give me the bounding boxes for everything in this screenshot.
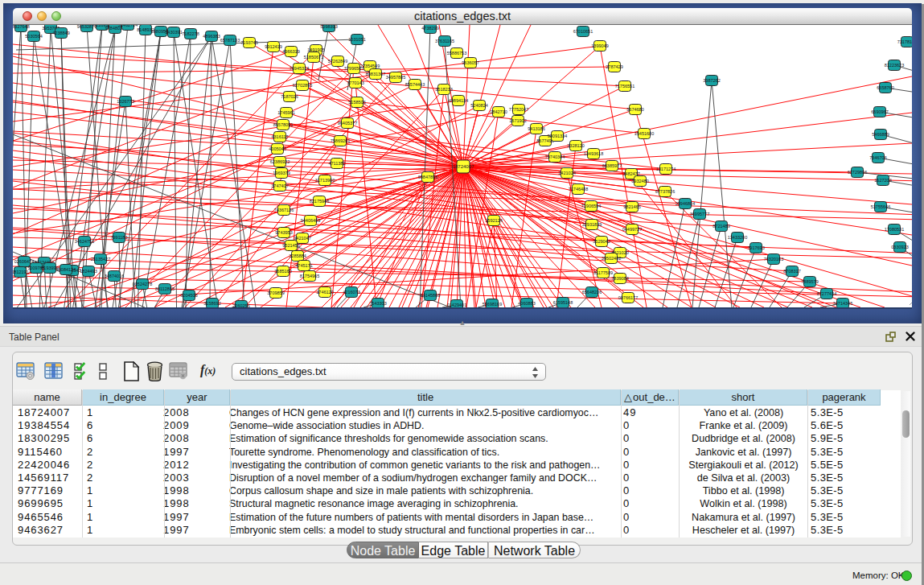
svg-text:0330923: 0330923 [891, 245, 908, 249]
svg-text:5030564: 5030564 [25, 34, 42, 39]
svg-text:7543303: 7543303 [369, 301, 386, 306]
svg-text:5158506: 5158506 [348, 100, 365, 105]
svg-text:61595148: 61595148 [553, 300, 573, 305]
svg-text:1399049: 1399049 [591, 43, 608, 48]
svg-text:13433200: 13433200 [728, 235, 747, 240]
svg-text:9521456: 9521456 [282, 243, 299, 248]
svg-text:67737826: 67737826 [655, 189, 675, 194]
svg-text:00524278: 00524278 [133, 282, 152, 286]
svg-text:71756551: 71756551 [615, 84, 634, 89]
svg-text:7182278: 7182278 [182, 31, 199, 36]
svg-text:29946804: 29946804 [676, 201, 695, 206]
svg-text:1745961: 1745961 [277, 110, 294, 115]
svg-text:96405377: 96405377 [338, 121, 357, 126]
svg-text:86578091: 86578091 [273, 122, 293, 127]
svg-text:1671902: 1671902 [509, 118, 526, 123]
svg-text:7991183: 7991183 [110, 235, 127, 240]
svg-text:81754965: 81754965 [300, 274, 319, 278]
svg-text:2421024: 2421024 [558, 171, 575, 175]
svg-text:3709859: 3709859 [267, 290, 284, 295]
svg-text:94406409: 94406409 [301, 218, 320, 223]
svg-text:18724007: 18724007 [453, 164, 474, 169]
svg-text:54145868: 54145868 [421, 293, 440, 298]
svg-text:2328120: 2328120 [567, 143, 584, 148]
svg-text:51850671: 51850671 [304, 55, 323, 60]
svg-text:13171274: 13171274 [656, 167, 676, 171]
svg-text:57262849: 57262849 [328, 59, 347, 64]
svg-text:5430391: 5430391 [165, 30, 182, 35]
svg-text:4745171: 4745171 [295, 263, 312, 268]
svg-text:4005045: 4005045 [269, 146, 285, 151]
svg-text:67010651: 67010651 [573, 29, 593, 34]
svg-text:1592124: 1592124 [485, 218, 502, 223]
svg-text:5240824: 5240824 [470, 103, 487, 108]
svg-text:4060883: 4060883 [518, 301, 535, 306]
svg-text:31713900: 31713900 [315, 178, 335, 183]
svg-text:9421047: 9421047 [294, 236, 310, 241]
svg-text:7346706: 7346706 [869, 155, 886, 160]
svg-text:82175946: 82175946 [310, 199, 329, 204]
svg-text:71746488: 71746488 [569, 187, 588, 192]
svg-text:0842710: 0842710 [490, 109, 507, 114]
svg-text:62729806: 62729806 [848, 170, 867, 175]
svg-text:55886753: 55886753 [447, 51, 466, 56]
svg-text:76320163: 76320163 [764, 257, 783, 262]
svg-text:1326773: 1326773 [117, 99, 133, 104]
svg-text:3158692: 3158692 [203, 301, 220, 306]
svg-text:04499727: 04499727 [622, 227, 642, 232]
svg-text:9821465: 9821465 [623, 204, 640, 209]
svg-text:1969379: 1969379 [273, 171, 290, 175]
svg-text:9743953: 9743953 [275, 230, 292, 235]
svg-text:2260256: 2260256 [232, 303, 249, 307]
svg-text:87277434: 87277434 [817, 291, 836, 296]
svg-text:0812191: 0812191 [13, 270, 29, 274]
svg-text:1824493: 1824493 [80, 269, 97, 274]
svg-text:17080531: 17080531 [885, 227, 904, 232]
svg-text:36995777: 36995777 [690, 212, 709, 216]
svg-text:4216073: 4216073 [343, 290, 359, 295]
svg-text:51462704: 51462704 [118, 25, 138, 27]
svg-text:34957885: 34957885 [386, 75, 405, 80]
svg-text:98084124: 98084124 [56, 267, 76, 272]
svg-text:85574443: 85574443 [405, 82, 425, 87]
svg-text:5674680: 5674680 [626, 107, 643, 112]
svg-text:3747407: 3747407 [271, 183, 288, 188]
svg-text:53755646: 53755646 [871, 204, 890, 209]
svg-text:01429401: 01429401 [447, 303, 466, 307]
svg-text:7770143: 7770143 [347, 80, 363, 85]
svg-text:7187026: 7187026 [281, 94, 298, 99]
svg-text:4896383: 4896383 [203, 34, 220, 39]
svg-text:6204505: 6204505 [180, 293, 197, 298]
svg-text:3387262: 3387262 [703, 78, 720, 83]
svg-text:80831367: 80831367 [366, 72, 385, 76]
svg-text:0932480: 0932480 [631, 179, 648, 183]
svg-text:77752047: 77752047 [509, 107, 528, 112]
svg-text:5466889: 5466889 [872, 132, 889, 137]
svg-text:79740344: 79740344 [545, 154, 565, 159]
svg-text:71906594: 71906594 [581, 204, 601, 208]
svg-text:32931839: 32931839 [582, 222, 602, 227]
svg-text:49894134: 49894134 [449, 98, 468, 103]
svg-text:55698169: 55698169 [483, 302, 502, 307]
svg-text:34874016: 34874016 [105, 274, 124, 278]
svg-text:37631165: 37631165 [435, 39, 454, 43]
svg-text:99091334: 99091334 [548, 134, 567, 138]
svg-text:6690967: 6690967 [871, 109, 888, 114]
svg-text:39502402: 39502402 [602, 256, 621, 261]
svg-text:62702895: 62702895 [293, 83, 312, 88]
svg-text:34714345: 34714345 [833, 301, 852, 306]
svg-text:15451680: 15451680 [634, 131, 654, 136]
svg-text:7193745: 7193745 [240, 40, 257, 45]
svg-text:4316117: 4316117 [271, 134, 288, 139]
svg-text:8708317: 8708317 [783, 269, 800, 274]
svg-text:00766177: 00766177 [618, 295, 638, 300]
svg-text:3518233: 3518233 [435, 87, 452, 92]
svg-text:27354549: 27354549 [360, 64, 380, 68]
svg-text:62386922: 62386922 [270, 159, 290, 164]
svg-text:7917693: 7917693 [747, 245, 764, 250]
svg-text:2787429: 2787429 [606, 64, 622, 69]
svg-text:81223623: 81223623 [885, 63, 904, 68]
svg-text:4966319: 4966319 [282, 49, 299, 54]
svg-text:81177589: 81177589 [593, 270, 613, 275]
svg-text:4711382: 4711382 [328, 161, 345, 166]
